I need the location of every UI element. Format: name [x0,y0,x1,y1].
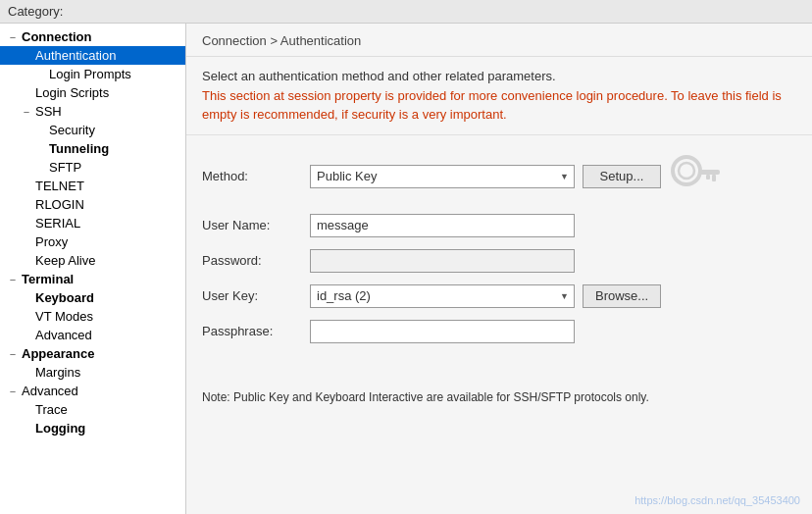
username-input[interactable] [310,214,575,237]
userkey-label: User Key: [202,288,310,303]
tree-toggle-ssh[interactable]: − [20,106,33,118]
key-icon [669,151,720,202]
tree-toggle-tunneling [33,143,47,155]
sidebar-item-label-sftp: SFTP [47,160,81,175]
watermark: https://blog.csdn.net/qq_35453400 [634,494,800,506]
sidebar-item-label-appearance: Appearance [20,346,94,361]
sidebar: −Connection Authentication Login Prompts… [0,24,186,514]
tree-toggle-connection[interactable]: − [6,31,20,43]
sidebar-item-proxy[interactable]: Proxy [0,232,185,251]
method-select-wrapper: Password Public Key Keyboard Interactive… [310,165,575,188]
key-icon-area [669,151,720,202]
sidebar-item-rlogin[interactable]: RLOGIN [0,195,185,214]
sidebar-item-label-security: Security [47,123,95,137]
tree-toggle-advanced [20,330,33,341]
username-label: User Name: [202,218,310,232]
sidebar-item-trace[interactable]: Trace [0,400,185,419]
tree-toggle-proxy [20,236,33,248]
sidebar-item-telnet[interactable]: TELNET [0,177,185,195]
passphrase-input[interactable] [310,320,575,343]
sidebar-item-label-keep-alive: Keep Alive [33,253,95,268]
form-area: Method: Password Public Key Keyboard Int… [186,135,812,371]
tree-toggle-authentication [20,50,33,62]
tree-toggle-logging [20,423,33,435]
sidebar-item-advanced[interactable]: Advanced [0,326,185,344]
sidebar-item-label-terminal: Terminal [20,272,74,286]
browse-button[interactable]: Browse... [583,284,661,308]
tree-toggle-keep-alive [20,255,33,267]
sidebar-item-label-tunneling: Tunneling [47,141,109,156]
tree-toggle-margins [20,367,33,379]
description-line2: This section at session property is prov… [202,86,796,125]
method-label: Method: [202,169,310,183]
tree-toggle-telnet [20,180,33,192]
sidebar-item-vt-modes[interactable]: VT Modes [0,307,185,326]
sidebar-item-label-authentication: Authentication [33,48,116,63]
passphrase-label: Passphrase: [202,324,310,338]
setup-button[interactable]: Setup... [583,165,661,188]
breadcrumb: Connection > Authentication [186,24,812,57]
content-panel: Connection > Authentication Select an au… [186,24,812,514]
tree-toggle-vt-modes [20,311,33,323]
tree-toggle-login-scripts [20,87,33,99]
description-area: Select an authentication method and othe… [186,57,812,135]
sidebar-item-label-logging: Logging [33,421,85,436]
sidebar-item-logging[interactable]: Logging [0,419,185,437]
sidebar-item-label-serial: SERIAL [33,216,80,231]
sidebar-item-label-telnet: TELNET [33,179,84,193]
tree-toggle-login-prompts [33,69,47,80]
category-label: Category: [0,0,812,24]
sidebar-item-label-margins: Margins [33,365,80,380]
sidebar-item-label-vt-modes: VT Modes [33,309,93,324]
tree-toggle-advanced-top[interactable]: − [6,386,20,397]
sidebar-item-label-login-scripts: Login Scripts [33,85,109,100]
sidebar-item-margins[interactable]: Margins [0,363,185,382]
password-input[interactable] [310,249,575,273]
sidebar-item-label-keyboard: Keyboard [33,290,94,305]
sidebar-item-advanced-top[interactable]: −Advanced [0,382,185,400]
userkey-select[interactable]: id_rsa (2) id_rsa default [310,284,575,308]
passphrase-row: Passphrase: [202,320,796,343]
sidebar-item-keyboard[interactable]: Keyboard [0,288,185,307]
sidebar-item-label-rlogin: RLOGIN [33,197,84,212]
userkey-row: User Key: id_rsa (2) id_rsa default Brow… [202,284,796,308]
sidebar-item-label-proxy: Proxy [33,234,68,249]
sidebar-item-label-ssh: SSH [33,104,62,119]
svg-rect-2 [698,170,720,175]
sidebar-item-connection[interactable]: −Connection [0,27,185,46]
sidebar-item-label-advanced: Advanced [33,328,92,342]
sidebar-item-login-scripts[interactable]: Login Scripts [0,83,185,102]
description-line1: Select an authentication method and othe… [202,67,796,86]
tree-toggle-serial [20,218,33,230]
sidebar-item-authentication[interactable]: Authentication [0,46,185,65]
sidebar-item-terminal[interactable]: −Terminal [0,270,185,288]
tree-toggle-terminal[interactable]: − [6,274,20,285]
sidebar-item-serial[interactable]: SERIAL [0,214,185,232]
username-row: User Name: [202,214,796,237]
svg-rect-3 [712,175,716,181]
password-label: Password: [202,253,310,268]
password-row: Password: [202,249,796,273]
sidebar-item-ssh[interactable]: −SSH [0,102,185,121]
tree-toggle-rlogin [20,199,33,211]
tree-toggle-sftp [33,162,47,174]
method-select[interactable]: Password Public Key Keyboard Interactive… [310,165,575,188]
sidebar-item-login-prompts[interactable]: Login Prompts [0,65,185,83]
sidebar-item-label-advanced-top: Advanced [20,384,78,398]
sidebar-item-appearance[interactable]: −Appearance [0,344,185,363]
sidebar-item-label-trace: Trace [33,402,68,417]
svg-rect-4 [706,175,710,180]
note-area: Note: Public Key and Keyboard Interactiv… [186,379,812,416]
sidebar-item-sftp[interactable]: SFTP [0,158,185,177]
sidebar-item-label-connection: Connection [20,29,92,44]
category-text: Category: [8,4,63,19]
sidebar-item-tunneling[interactable]: Tunneling [0,139,185,158]
sidebar-item-security[interactable]: Security [0,121,185,139]
sidebar-item-keep-alive[interactable]: Keep Alive [0,251,185,270]
note-text: Note: Public Key and Keyboard Interactiv… [202,390,649,404]
tree-toggle-keyboard [20,292,33,304]
userkey-select-wrapper: id_rsa (2) id_rsa default [310,284,575,308]
tree-toggle-trace [20,404,33,416]
tree-toggle-appearance[interactable]: − [6,348,20,360]
svg-point-0 [673,157,700,184]
